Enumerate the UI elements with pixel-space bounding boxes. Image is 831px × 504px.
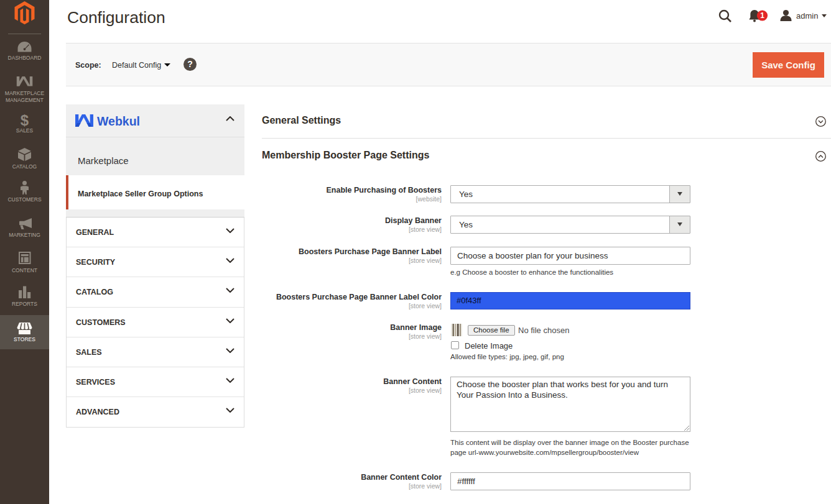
svg-text:1: 1: [760, 11, 764, 20]
